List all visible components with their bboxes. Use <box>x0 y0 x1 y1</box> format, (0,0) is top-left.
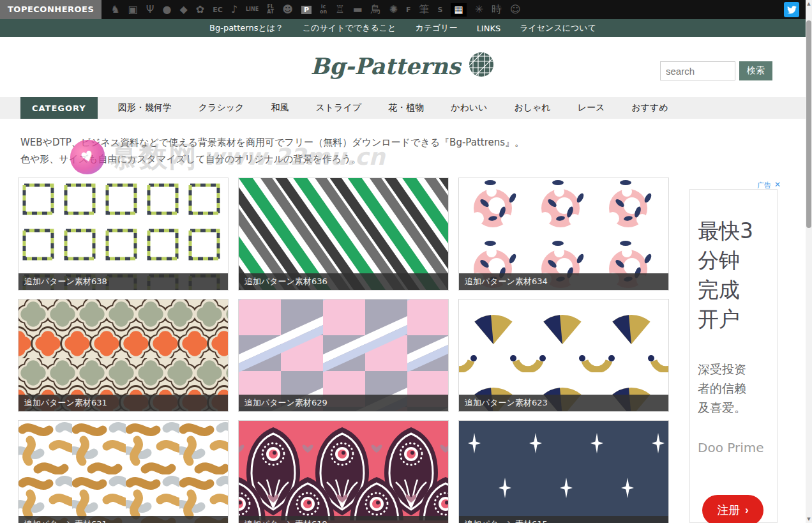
ad-register-button[interactable]: 注册 › <box>702 495 763 523</box>
pattern-card[interactable]: 追加パターン素材634 <box>458 178 669 291</box>
smiley-icon[interactable]: ☻ <box>282 4 293 15</box>
banner-icon[interactable]: ▬ <box>353 4 363 15</box>
pattern-title: 追加パターン素材615 <box>459 516 668 523</box>
pattern-card[interactable]: 追加パターン素材638 <box>18 178 229 291</box>
main-nav: Bg-patternsとは？ このサイトでできること カテゴリー LINKS ラ… <box>0 19 806 37</box>
bird-kanji-icon[interactable]: 鳥 <box>371 4 381 15</box>
ec-icon[interactable]: EC <box>213 6 223 13</box>
nav-item-about[interactable]: Bg-patternsとは？ <box>209 22 283 34</box>
category-items: 図形・幾何学 クラシック 和風 ストライプ 花・植物 かわいい おしゃれ レース… <box>118 102 668 114</box>
topconheroes-logo[interactable]: TOPECONHEROES <box>0 0 102 19</box>
ad-card[interactable]: 最快3 分钟 完成 开户 深受投资 者的信赖 及喜爱。 Doo Prime <box>689 189 778 523</box>
ad-brand: Doo Prime <box>698 440 769 455</box>
category-item-japanese[interactable]: 和風 <box>271 102 289 114</box>
site-description-line1: WEBやDTP、ビジネス資料などで使える背景素材を商用可でフリー（無料）ダウンロ… <box>20 134 524 151</box>
pattern-title: 追加パターン素材634 <box>459 273 668 290</box>
scrollbar-thumb[interactable] <box>806 20 811 228</box>
twitter-icon[interactable] <box>784 2 799 17</box>
page-scrollbar[interactable]: ▲ ▼ <box>806 0 812 523</box>
search-input[interactable] <box>660 61 735 80</box>
f-icon[interactable]: F <box>406 6 411 13</box>
site-logo-icon <box>468 51 495 80</box>
pattern-title: 追加パターン素材621 <box>19 516 228 523</box>
person-icon[interactable]: Ψ <box>146 4 154 15</box>
pattern-card[interactable]: 追加パターン素材629 <box>238 299 449 412</box>
pattern-card[interactable]: 追加パターン素材615 <box>458 420 669 523</box>
burst-icon[interactable]: ✳ <box>475 4 483 15</box>
chevron-right-icon: › <box>745 504 748 516</box>
pattern-title: 追加パターン素材638 <box>19 273 228 290</box>
flower-icon[interactable]: ✿ <box>196 4 204 15</box>
pattern-title: 追加パターン素材629 <box>239 395 448 411</box>
icon-text-icon[interactable]: ic on <box>320 4 327 15</box>
site-description-line2: 色や形、サイズも自由にカスタマイズして自分のオリジナルの背景を作ろう。 <box>20 151 524 167</box>
hippo-icon[interactable]: ♞ <box>110 4 119 15</box>
search-button[interactable]: 検索 <box>739 61 772 80</box>
nav-item-license[interactable]: ライセンスについて <box>520 22 596 34</box>
speech-bubble-icon[interactable]: ● <box>162 4 171 15</box>
scroll-down-arrow-icon[interactable]: ▼ <box>806 517 812 522</box>
brush-kanji-icon[interactable]: 筆 <box>419 4 430 15</box>
pattern-title: 追加パターン素材631 <box>19 395 228 411</box>
marker-bubble-icon[interactable]: ◆ <box>179 4 187 15</box>
flat-icon[interactable]: FL AT <box>267 4 274 15</box>
parking-icon[interactable]: P <box>301 6 312 14</box>
pattern-thumbnail-sparkles <box>459 421 668 523</box>
s-icon[interactable]: S <box>438 6 443 13</box>
topcon-heroes-bar: TOPECONHEROES ♞ ▣ Ψ ● ◆ ✿ EC ♪ LINE FL A… <box>0 0 806 19</box>
pattern-ball-icon[interactable]: ✺ <box>389 4 398 15</box>
face-icon[interactable]: ☺ <box>510 4 521 15</box>
scroll-up-arrow-icon[interactable]: ▲ <box>806 1 812 6</box>
site-title[interactable]: Bg-Patterns <box>311 53 461 79</box>
ad-headline: 最快3 分钟 完成 开户 <box>698 216 769 334</box>
pattern-card[interactable]: 追加パターン素材619 <box>238 420 449 523</box>
ad-close-icon[interactable]: ✕ <box>774 180 781 189</box>
pattern-card[interactable]: 追加パターン素材631 <box>18 299 229 412</box>
category-item-cute[interactable]: かわいい <box>451 102 487 114</box>
grid-icon[interactable]: ▦ <box>451 3 466 17</box>
category-item-geometry[interactable]: 図形・幾何学 <box>118 102 172 114</box>
category-label: CATEGORY <box>20 97 98 119</box>
site-description: WEBやDTP、ビジネス資料などで使える背景素材を商用可でフリー（無料）ダウンロ… <box>20 134 524 167</box>
pattern-card[interactable]: 追加パターン素材623 <box>458 299 669 412</box>
category-bar: CATEGORY 図形・幾何学 クラシック 和風 ストライプ 花・植物 かわいい… <box>0 97 806 119</box>
music-note-icon[interactable]: ♪ <box>231 4 237 15</box>
ad-body: 深受投资 者的信赖 及喜爱。 <box>698 360 769 417</box>
category-item-lace[interactable]: レース <box>578 102 605 114</box>
pattern-title: 追加パターン素材619 <box>239 516 448 523</box>
category-item-stripe[interactable]: ストライプ <box>315 102 361 114</box>
time-kanji-icon[interactable]: 時 <box>492 4 502 15</box>
category-item-classic[interactable]: クラシック <box>199 102 244 114</box>
pattern-card[interactable]: 追加パターン素材621 <box>18 420 229 523</box>
topbar-icon-row: ♞ ▣ Ψ ● ◆ ✿ EC ♪ LINE FL AT ☻ P ic on ♖ … <box>110 3 520 17</box>
line-icon[interactable]: LINE <box>246 7 259 12</box>
category-item-recommended[interactable]: おすすめ <box>631 102 668 114</box>
search-area: 検索 <box>660 61 772 80</box>
nav-item-what-you-can-do[interactable]: このサイトでできること <box>303 22 396 34</box>
copy-icon[interactable]: ▣ <box>128 4 138 15</box>
building-icon[interactable]: ♖ <box>335 4 344 15</box>
pattern-title: 追加パターン素材636 <box>239 273 448 290</box>
nav-item-category[interactable]: カテゴリー <box>415 22 457 34</box>
category-item-stylish[interactable]: おしゃれ <box>514 102 550 114</box>
pattern-thumbnail-squiggles <box>19 421 228 523</box>
pattern-thumbnail-damask <box>239 421 448 523</box>
pattern-title: 追加パターン素材623 <box>459 395 668 411</box>
ad-register-label: 注册 <box>717 503 740 518</box>
nav-item-links[interactable]: LINKS <box>477 24 501 33</box>
pattern-card[interactable]: 追加パターン素材636 <box>238 178 449 291</box>
category-item-flower[interactable]: 花・植物 <box>388 102 424 114</box>
